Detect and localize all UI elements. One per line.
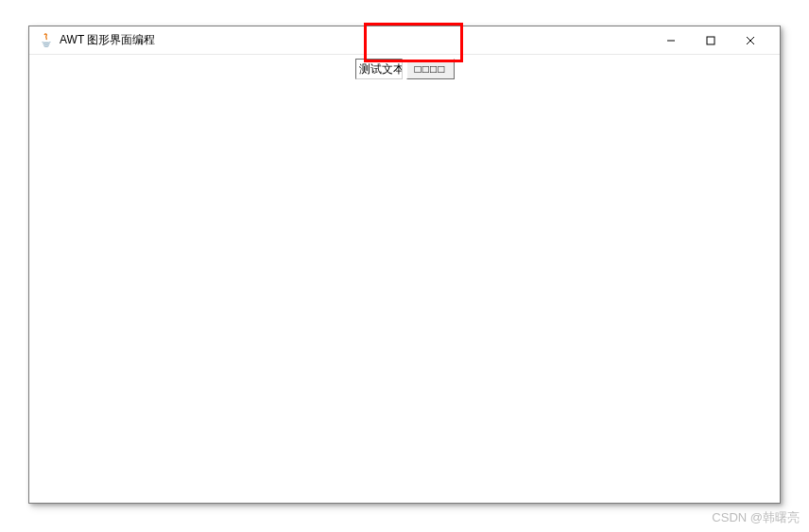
svg-rect-1 bbox=[707, 37, 714, 44]
window-title: AWT 图形界面编程 bbox=[60, 32, 651, 48]
client-area: 测试文本 □□□□ bbox=[29, 55, 780, 503]
titlebar: AWT 图形界面编程 bbox=[29, 26, 780, 55]
close-button[interactable] bbox=[731, 27, 770, 54]
text-field[interactable]: 测试文本 bbox=[355, 59, 403, 79]
application-window: AWT 图形界面编程 测试文本 □□□□ bbox=[28, 26, 781, 504]
window-controls bbox=[651, 27, 770, 54]
maximize-button[interactable] bbox=[691, 27, 731, 54]
watermark: CSDN @韩曙亮 bbox=[712, 509, 800, 526]
minimize-button[interactable] bbox=[651, 27, 691, 54]
java-icon bbox=[39, 33, 54, 48]
flow-layout-row: 测试文本 □□□□ bbox=[29, 55, 780, 79]
test-button[interactable]: □□□□ bbox=[406, 59, 455, 79]
